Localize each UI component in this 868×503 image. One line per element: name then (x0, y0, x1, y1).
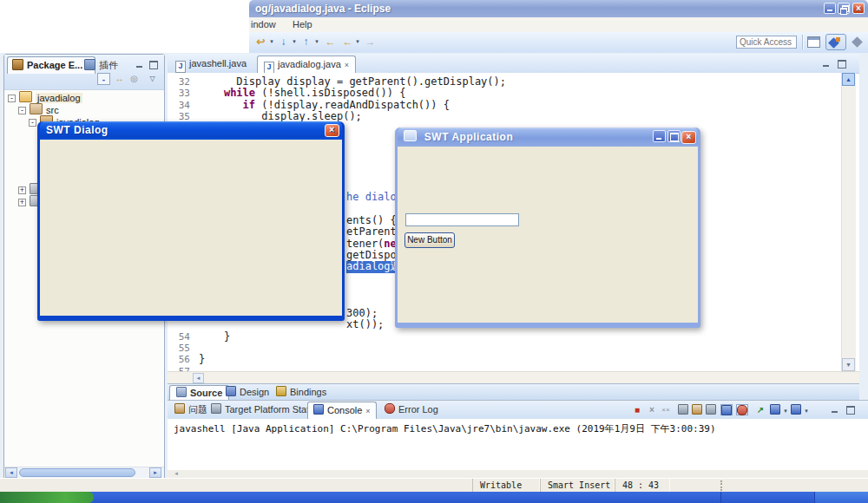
console-output[interactable]: javashell [Java Application] C:\Program … (168, 419, 868, 470)
scrollbar-thumb[interactable] (19, 468, 135, 477)
minimize-view-icon[interactable] (821, 59, 832, 69)
minimize-view-icon[interactable] (135, 60, 145, 69)
chevron-down-icon[interactable]: ▾ (803, 408, 810, 415)
scroll-left-icon[interactable]: ◄ (5, 467, 17, 478)
stdout-glyph (721, 405, 732, 415)
minimize-icon[interactable] (653, 130, 666, 142)
scroll-lock-icon[interactable] (692, 404, 704, 415)
quick-access-input[interactable] (736, 36, 797, 49)
tree-item-src[interactable]: -src (18, 103, 59, 115)
collapse-expander-icon[interactable]: - (18, 107, 26, 114)
collapse-expander-icon[interactable]: - (8, 95, 16, 102)
show-stdout-icon[interactable] (720, 404, 733, 415)
next-annotation-icon[interactable]: ↓ (276, 35, 291, 49)
view-menu-icon[interactable]: ▽ (146, 73, 159, 85)
tab-plugins[interactable]: 插件 (84, 58, 118, 74)
maximize-icon[interactable] (667, 130, 681, 142)
scroll-up-icon[interactable]: ▲ (842, 73, 855, 86)
tab-target-platform[interactable]: Target Platform State (211, 402, 314, 418)
swt-application-titlebar[interactable]: SWT Application × (398, 127, 698, 147)
tab-console[interactable]: Console× (307, 402, 377, 420)
tab-label: Design (240, 387, 269, 397)
tab-javashell[interactable]: Jjavashell.java (169, 56, 253, 73)
back-icon[interactable]: ← (323, 35, 338, 49)
scroll-down-icon[interactable]: ▼ (842, 358, 855, 371)
close-icon[interactable]: × (681, 131, 696, 144)
remove-launch-icon[interactable]: × (646, 404, 658, 415)
last-edit-location-icon[interactable]: ↩ (253, 35, 268, 49)
forward-icon[interactable]: → (363, 35, 378, 49)
chevron-down-icon[interactable]: ▾ (313, 38, 320, 45)
menu-help[interactable]: Help (293, 17, 312, 32)
maximize-view-icon[interactable] (845, 405, 856, 415)
chevron-down-icon[interactable]: ▾ (291, 38, 298, 45)
plugin-perspective-glyph (852, 36, 863, 48)
expand-expander-icon[interactable]: + (18, 199, 26, 206)
maximize-view-icon[interactable] (148, 60, 159, 69)
horizontal-scrollbar[interactable]: ◄ ► (4, 467, 164, 479)
open-perspective-icon[interactable] (806, 34, 822, 50)
start-button[interactable] (0, 492, 94, 503)
swt-dialog-window[interactable]: SWT Dialog × (37, 121, 345, 321)
code-text (199, 99, 243, 111)
new-button[interactable]: New Button (404, 232, 455, 248)
tab-label: Error Log (398, 404, 438, 415)
line-number: 56 (168, 354, 199, 365)
java-perspective-button[interactable] (825, 34, 846, 50)
chevron-down-icon[interactable]: ▾ (782, 408, 789, 415)
previous-annotation-icon[interactable]: ↑ (299, 35, 313, 49)
close-icon[interactable]: × (325, 124, 339, 137)
relaunch-icon[interactable]: ↗ (754, 404, 766, 415)
tab-problems[interactable]: 问题 (174, 402, 207, 418)
bindings-icon (276, 386, 286, 396)
vertical-scrollbar[interactable]: ▲ ▼ (841, 73, 856, 371)
taskbar-separator (720, 492, 721, 503)
code-text: } (199, 330, 230, 343)
close-icon[interactable]: × (852, 3, 865, 14)
swt-dialog-titlebar[interactable]: SWT Dialog × (40, 121, 342, 140)
maximize-view-icon[interactable] (837, 59, 847, 69)
plugin-perspective-icon[interactable] (849, 34, 865, 50)
horizontal-scrollbar[interactable]: ◄ (168, 371, 859, 384)
tab-design[interactable]: Design (220, 385, 275, 401)
show-stderr-icon[interactable] (736, 404, 748, 415)
menu-window[interactable]: indow (251, 17, 276, 32)
application-icon (404, 130, 417, 141)
scroll-left-icon[interactable]: ◄ (193, 373, 204, 383)
chevron-down-icon[interactable]: ▾ (268, 38, 275, 45)
chevron-down-icon[interactable]: ▾ (354, 38, 361, 45)
close-icon[interactable]: × (365, 407, 370, 415)
tab-error-log[interactable]: Error Log (385, 402, 438, 418)
tab-bindings[interactable]: Bindings (270, 385, 332, 401)
swt-application-window[interactable]: SWT Application × New Button (395, 127, 700, 328)
word-wrap-icon[interactable] (706, 404, 718, 415)
tab-package-explorer[interactable]: Package E...× (7, 56, 95, 74)
status-bar: Writable Smart Insert 48 : 43 (0, 478, 868, 493)
expand-expander-icon[interactable]: + (18, 186, 26, 194)
tab-label: 问题 (188, 404, 207, 415)
text-field[interactable] (405, 213, 519, 226)
terminate-icon[interactable]: ■ (631, 404, 643, 415)
error-log-icon (385, 403, 395, 414)
close-icon[interactable]: × (345, 61, 349, 69)
collapse-all-icon[interactable]: - (97, 73, 110, 85)
back-history-icon[interactable]: ← (340, 35, 355, 49)
tree-item-project[interactable]: -javadialog (8, 91, 82, 103)
tab-javadialog[interactable]: Jjavadialog.java× (257, 56, 356, 73)
minimize-icon[interactable] (824, 3, 836, 14)
link-with-editor-icon[interactable]: ↔ (113, 73, 126, 85)
restore-icon[interactable] (838, 3, 850, 14)
remove-all-launches-icon[interactable]: ×× (660, 404, 672, 415)
open-console-icon[interactable] (791, 404, 803, 415)
taskbar[interactable] (0, 492, 868, 503)
system-tray[interactable] (814, 492, 868, 503)
minimize-view-icon[interactable] (830, 405, 840, 415)
eclipse-titlebar[interactable]: og/javadialog.java - Eclipse × (249, 0, 868, 17)
clear-console-glyph (678, 404, 688, 415)
scroll-right-icon[interactable]: ► (149, 467, 161, 478)
clear-console-icon[interactable] (678, 404, 690, 415)
collapse-expander-icon[interactable]: - (29, 119, 36, 127)
display-console-icon[interactable] (770, 404, 782, 415)
scroll-left-icon[interactable]: ◄ (174, 471, 179, 476)
focus-icon[interactable]: ◎ (128, 73, 141, 85)
